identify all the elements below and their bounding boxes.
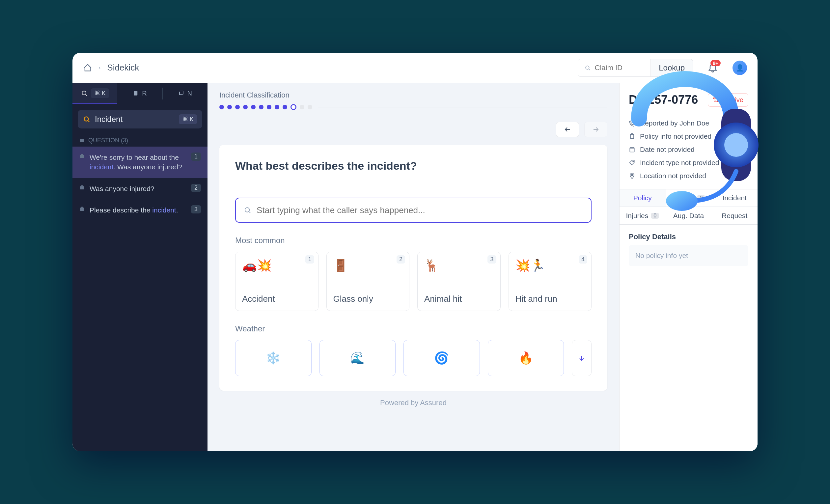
rp-tab[interactable]: Policy (619, 189, 666, 207)
rp-section: Policy Details No policy info yet (619, 225, 758, 274)
question-text: Please describe the incident. (90, 205, 186, 215)
rp-tab[interactable]: Request (711, 207, 758, 225)
sidebar-tab-doc[interactable]: R (117, 83, 162, 104)
scroll-down-button[interactable] (572, 340, 592, 376)
briefcase-icon (79, 185, 85, 190)
archive-label: Archive (721, 96, 743, 104)
progress-dot (251, 105, 256, 109)
info-text: Reported by John Doe (640, 119, 709, 127)
divider (235, 183, 592, 183)
tag-icon (629, 159, 635, 166)
lookup-button[interactable]: Lookup (650, 59, 693, 76)
progress-dot (243, 105, 248, 109)
group-label-common: Most common (235, 236, 592, 245)
rp-tab-count: 0 (651, 213, 659, 219)
home-icon[interactable] (83, 63, 92, 72)
clipboard-icon (629, 133, 635, 140)
weather-tile[interactable]: 🌊 (319, 340, 396, 376)
sidebar-search[interactable]: Incident ⌘ K (78, 110, 202, 128)
section-label-text: QUESTION (3) (88, 137, 128, 144)
question-badge: 3 (191, 205, 201, 214)
sidebar-tab-stack[interactable]: N (163, 83, 208, 104)
case-id: D-5257-0776 (629, 93, 698, 107)
next-button[interactable] (584, 122, 607, 137)
briefcase-icon (79, 153, 85, 159)
weather-tile[interactable]: 🌀 (404, 340, 480, 376)
archive-icon (713, 97, 719, 103)
sidebar: ⌘ K R N Incident ⌘ K QUESTION (3) (72, 83, 208, 451)
incident-tile[interactable]: 1🚗💥Accident (235, 252, 319, 311)
search-icon (83, 116, 90, 123)
notifications-button[interactable]: 9+ (707, 62, 718, 74)
progress-dot (300, 105, 304, 109)
tile-number: 2 (396, 255, 405, 263)
notification-badge: 9+ (710, 60, 721, 66)
tiles-weather: ❄️🌊🌀🔥 (235, 340, 592, 376)
question-item[interactable]: Was anyone injured? 2 (72, 178, 208, 199)
question-item[interactable]: We're sorry to hear about the incident. … (72, 147, 208, 178)
archive-button[interactable]: Archive (708, 93, 748, 107)
rp-tab-count: 0 (697, 195, 705, 201)
prev-button[interactable] (556, 122, 579, 137)
rp-header: D-5257-0776 Archive (619, 83, 758, 113)
sidebar-section-label: QUESTION (3) (72, 134, 208, 147)
incident-input-wrap[interactable] (235, 198, 592, 223)
progress-dot (259, 105, 263, 109)
briefcase-icon (79, 206, 85, 212)
kbd-shortcut: ⌘ K (179, 114, 197, 124)
question-item[interactable]: Please describe the incident. 3 (72, 199, 208, 221)
question-badge: 2 (191, 184, 201, 192)
svg-rect-11 (714, 98, 719, 99)
info-item: Date not provided (629, 143, 748, 156)
arrow-down-icon (578, 354, 585, 362)
tiles-common: 1🚗💥Accident2🚪Glass only3🦌Animal hit4💥🏃Hi… (235, 252, 592, 311)
claim-id-input[interactable] (595, 64, 644, 72)
app-body: ⌘ K R N Incident ⌘ K QUESTION (3) (72, 83, 758, 451)
phone-icon (629, 120, 635, 126)
incident-tile[interactable]: 2🚪Glass only (326, 252, 410, 311)
info-list: Reported by John DoePolicy info not prov… (619, 113, 758, 189)
main-area: Incident Classification What best descri… (208, 83, 619, 451)
topbar-left: › Sidekick (83, 63, 571, 73)
progress-dot (308, 105, 312, 109)
svg-rect-14 (630, 148, 634, 152)
app-window: › Sidekick Lookup 9+ 👤 ⌘ K (72, 53, 758, 451)
tile-icon: 🦌 (424, 259, 494, 273)
kbd-shortcut: N (187, 90, 192, 97)
weather-tile[interactable]: ❄️ (235, 340, 312, 376)
question-text: Was anyone injured? (90, 184, 186, 193)
rp-tab[interactable]: Incident (711, 189, 758, 207)
svg-rect-8 (80, 186, 84, 189)
arrow-left-icon (564, 126, 571, 133)
search-icon (244, 206, 251, 214)
footer-text: Powered by Assured (208, 391, 619, 415)
document-icon (133, 90, 139, 96)
progress-dots (219, 104, 607, 110)
info-item: Policy info not provided (629, 130, 748, 143)
rp-section-title: Policy Details (629, 232, 748, 241)
incident-tile[interactable]: 3🦌Animal hit (417, 252, 501, 311)
sidebar-tab-search[interactable]: ⌘ K (72, 83, 117, 104)
topbar: › Sidekick Lookup 9+ 👤 (72, 53, 758, 83)
breadcrumb-title: Sidekick (107, 63, 139, 73)
rp-tab[interactable]: Injuries0 (619, 207, 666, 225)
svg-point-16 (631, 174, 633, 176)
incident-tile[interactable]: 4💥🏃Hit and run (509, 252, 592, 311)
claim-search: Lookup (578, 59, 693, 77)
weather-tile[interactable]: 🔥 (488, 340, 564, 376)
sidebar-tabs: ⌘ K R N (72, 83, 208, 104)
rp-tab[interactable]: Aug. Data (666, 207, 712, 225)
incident-input[interactable] (257, 205, 583, 215)
avatar[interactable]: 👤 (733, 61, 747, 75)
rp-tab[interactable]: Entities0 (666, 189, 712, 207)
search-icon (81, 90, 88, 96)
rp-tab-label: Policy (633, 194, 652, 202)
search-icon (585, 64, 590, 71)
svg-point-5 (84, 117, 89, 121)
claim-search-input-wrap[interactable] (578, 64, 650, 72)
tile-icon: 🚗💥 (242, 259, 312, 273)
question-list: We're sorry to hear about the incident. … (72, 147, 208, 221)
svg-rect-6 (80, 139, 84, 141)
sidebar-search-text: Incident (95, 115, 174, 124)
question-card: What best describes the incident? Most c… (219, 145, 607, 391)
